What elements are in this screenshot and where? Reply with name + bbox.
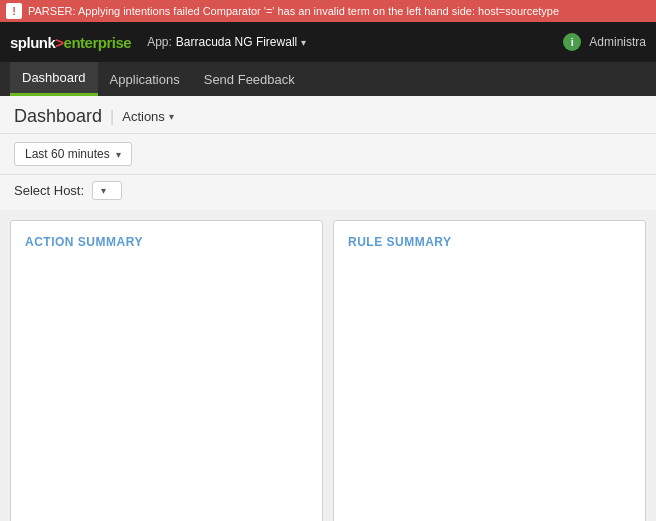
time-range-label: Last 60 minutes <box>25 147 110 161</box>
nav-item-send-feedback[interactable]: Send Feedback <box>192 62 307 96</box>
select-host-row: Select Host: ▾ <box>0 175 656 210</box>
second-nav: Dashboard Applications Send Feedback <box>0 62 656 96</box>
time-range-caret-icon: ▾ <box>116 149 121 160</box>
time-range-button[interactable]: Last 60 minutes ▾ <box>14 142 132 166</box>
app-caret-icon: ▾ <box>301 37 306 48</box>
logo-gt: > <box>55 34 63 51</box>
error-icon: ! <box>6 3 22 19</box>
actions-dropdown[interactable]: Actions ▾ <box>122 109 174 124</box>
main-content: ACTION SUMMARY RULE SUMMARY <box>0 210 656 521</box>
splunk-logo[interactable]: splunk>enterprise <box>10 34 131 51</box>
select-host-label: Select Host: <box>14 183 84 198</box>
logo-splunk: splunk <box>10 34 55 51</box>
header-separator: | <box>110 108 114 126</box>
top-nav: splunk>enterprise App: Barracuda NG Fire… <box>0 22 656 62</box>
admin-label: Administra <box>589 35 646 49</box>
actions-label: Actions <box>122 109 165 124</box>
page-header: Dashboard | Actions ▾ <box>0 96 656 134</box>
host-dropdown[interactable]: ▾ <box>92 181 122 200</box>
nav-item-dashboard[interactable]: Dashboard <box>10 62 98 96</box>
info-badge[interactable]: i <box>563 33 581 51</box>
page-title: Dashboard <box>14 106 102 127</box>
host-caret-icon: ▾ <box>101 185 106 196</box>
nav-right: i Administra <box>563 33 646 51</box>
logo-enterprise: enterprise <box>64 34 132 51</box>
action-summary-panel: ACTION SUMMARY <box>10 220 323 521</box>
rule-summary-title: RULE SUMMARY <box>348 235 631 249</box>
toolbar: Last 60 minutes ▾ <box>0 134 656 175</box>
rule-summary-panel: RULE SUMMARY <box>333 220 646 521</box>
actions-caret-icon: ▾ <box>169 111 174 122</box>
error-bar: ! PARSER: Applying intentions failed Com… <box>0 0 656 22</box>
app-name-label: Barracuda NG Firewall <box>176 35 297 49</box>
error-message: PARSER: Applying intentions failed Compa… <box>28 5 559 17</box>
app-selector[interactable]: App: Barracuda NG Firewall ▾ <box>147 35 547 49</box>
app-prefix-label: App: <box>147 35 172 49</box>
action-summary-title: ACTION SUMMARY <box>25 235 308 249</box>
nav-item-applications[interactable]: Applications <box>98 62 192 96</box>
